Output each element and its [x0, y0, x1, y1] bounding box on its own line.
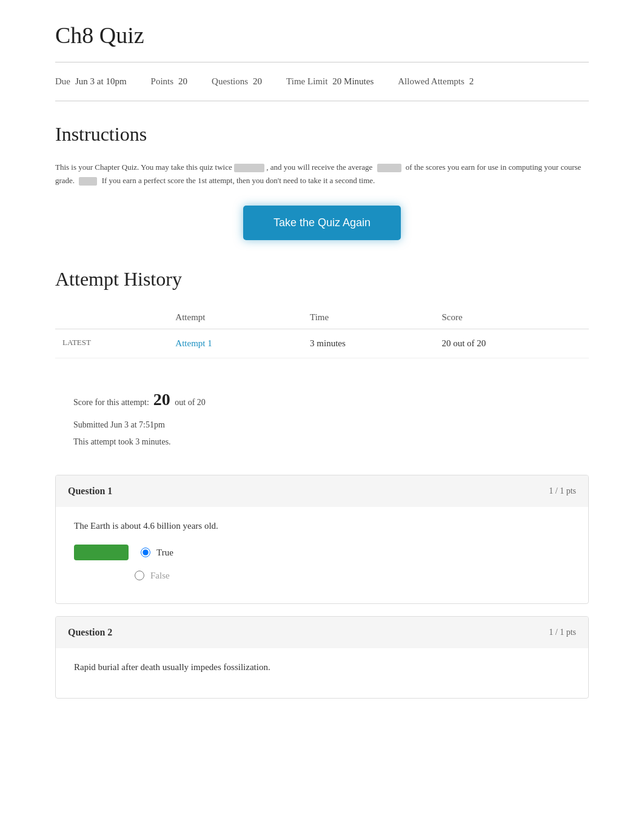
question-1-pts: 1 / 1 pts	[549, 485, 576, 497]
answer-option-false: False	[74, 569, 570, 583]
answer-radio-true[interactable]	[141, 548, 150, 557]
score-cell: 20 out of 20	[434, 329, 589, 358]
col-label	[55, 306, 168, 329]
points-label: Points	[151, 75, 174, 89]
allowed-attempts-value: 2	[469, 75, 474, 89]
correct-indicator	[74, 545, 129, 560]
question-2-title: Question 2	[68, 625, 112, 640]
question-1-title: Question 1	[68, 484, 112, 498]
col-time: Time	[303, 306, 434, 329]
score-big-number: 20	[153, 390, 170, 409]
time-limit-value: 20 Minutes	[332, 75, 374, 89]
instructions-title: Instructions	[55, 119, 589, 149]
quiz-meta: Due Jun 3 at 10pm Points 20 Questions 20…	[55, 75, 589, 101]
instructions-text: This is your Chapter Quiz. You may take …	[55, 161, 589, 187]
quiz-title: Ch8 Quiz	[55, 18, 589, 62]
attempt-history-table: Attempt Time Score LATEST Attempt 1 3 mi…	[55, 306, 589, 358]
answer-label-true: True	[156, 546, 173, 560]
table-row: LATEST Attempt 1 3 minutes 20 out of 20	[55, 329, 589, 358]
time-limit-label: Time Limit	[286, 75, 327, 89]
score-out-of: out of 20	[175, 398, 206, 407]
allowed-attempts-label: Allowed Attempts	[398, 75, 465, 89]
questions-label: Questions	[212, 75, 248, 89]
submitted-date: Submitted Jun 3 at 7:51pm	[73, 417, 571, 434]
meta-points: Points 20	[151, 75, 188, 89]
question-block-2: Question 2 1 / 1 pts Rapid burial after …	[55, 616, 589, 699]
answer-label-false: False	[150, 569, 170, 583]
question-1-body: The Earth is about 4.6 billion years old…	[56, 507, 588, 603]
question-header-2: Question 2 1 / 1 pts	[56, 617, 588, 648]
questions-value: 20	[253, 75, 262, 89]
col-attempt: Attempt	[168, 306, 303, 329]
question-block-1: Question 1 1 / 1 pts The Earth is about …	[55, 475, 589, 604]
meta-due: Due Jun 3 at 10pm	[55, 75, 127, 89]
meta-time-limit: Time Limit 20 Minutes	[286, 75, 374, 89]
attempt-history-title: Attempt History	[55, 264, 589, 293]
col-score: Score	[434, 306, 589, 329]
attempt-link[interactable]: Attempt 1	[175, 338, 212, 348]
answer-option-true: True	[74, 545, 570, 560]
answer-radio-false[interactable]	[135, 571, 144, 580]
due-value: Jun 3 at 10pm	[75, 75, 127, 89]
question-1-text: The Earth is about 4.6 billion years old…	[74, 519, 570, 533]
due-label: Due	[55, 75, 70, 89]
score-summary: Score for this attempt: 20 out of 20 Sub…	[55, 371, 589, 463]
take-quiz-button[interactable]: Take the Quiz Again	[243, 206, 401, 240]
attempt-duration: This attempt took 3 minutes.	[73, 434, 571, 451]
question-header-1: Question 1 1 / 1 pts	[56, 475, 588, 507]
attempt-cell[interactable]: Attempt 1	[168, 329, 303, 358]
question-2-body: Rapid burial after death usually impedes…	[56, 648, 588, 699]
score-for-attempt: Score for this attempt: 20 out of 20	[73, 383, 571, 417]
question-2-pts: 1 / 1 pts	[549, 626, 576, 639]
meta-questions: Questions 20	[212, 75, 262, 89]
points-value: 20	[178, 75, 187, 89]
latest-label: LATEST	[55, 329, 168, 358]
time-cell: 3 minutes	[303, 329, 434, 358]
meta-allowed-attempts: Allowed Attempts 2	[398, 75, 474, 89]
question-2-text: Rapid burial after death usually impedes…	[74, 660, 570, 674]
